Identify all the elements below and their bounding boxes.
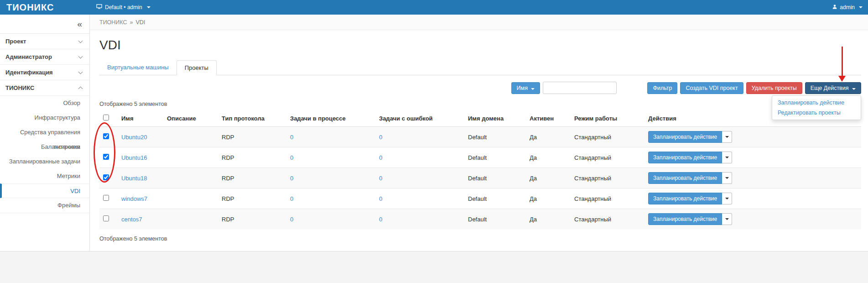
row-description [163, 168, 218, 189]
sidebar-section-identity[interactable]: Идентификация [0, 65, 89, 80]
sidebar-section-admin[interactable]: Администратор [0, 49, 89, 65]
schedule-action-button[interactable]: Запланировать действие [648, 172, 722, 184]
col-tasks-error[interactable]: Задачи с ошибкой [375, 110, 464, 127]
row-actions-dropdown-toggle[interactable] [722, 131, 732, 143]
brand-logo[interactable]: ТИОНИКС [0, 2, 90, 13]
col-protocol[interactable]: Тип протокола [218, 110, 286, 127]
schedule-action-button[interactable]: Запланировать действие [648, 193, 722, 204]
row-actions-dropdown-toggle[interactable] [722, 193, 732, 204]
chevron-down-icon [859, 6, 863, 8]
sidebar-item-infrastructure[interactable]: Инфраструктура [0, 110, 89, 125]
row-description [163, 147, 218, 168]
user-icon [832, 4, 837, 11]
section-label: Проект [5, 38, 26, 45]
menu-item-edit-projects[interactable]: Редактировать проекты [772, 108, 861, 118]
row-domain: Default [464, 209, 526, 230]
context-selector[interactable]: Default • admin [96, 4, 151, 10]
table-header-row: Имя Описание Тип протокола Задачи в проц… [99, 110, 861, 127]
projects-table: Имя Описание Тип протокола Задачи в проц… [99, 110, 861, 229]
project-name-link[interactable]: centos7 [121, 216, 142, 223]
create-vdi-project-button[interactable]: Создать VDI проект [680, 82, 743, 94]
row-mode: Стандартный [571, 127, 645, 147]
sidebar-item-metrics[interactable]: Метрики [0, 169, 89, 183]
project-name-link[interactable]: Ubuntu18 [121, 175, 147, 182]
sidebar-item-frames[interactable]: Фреймы [0, 198, 89, 213]
col-tasks-running[interactable]: Задачи в процессе [286, 110, 375, 127]
items-count-top: Отображено 5 элементов [99, 101, 868, 107]
menu-item-schedule-action[interactable]: Запланировать действие [772, 98, 861, 108]
col-domain[interactable]: Имя домена [464, 110, 526, 127]
tasks-error-link[interactable]: 0 [379, 134, 382, 141]
filter-input[interactable] [543, 82, 617, 94]
sidebar-collapse-button[interactable]: « [0, 15, 89, 34]
col-name[interactable]: Имя [118, 110, 163, 127]
chevron-down-icon [852, 88, 856, 90]
row-checkbox[interactable] [103, 154, 109, 160]
row-domain: Default [464, 127, 526, 147]
sidebar-divider [0, 213, 89, 213]
select-all-checkbox[interactable] [103, 115, 109, 121]
sidebar-item-vdi[interactable]: VDI [0, 183, 89, 198]
project-name-link[interactable]: Ubuntu16 [121, 154, 147, 161]
col-active[interactable]: Активен [526, 110, 571, 127]
row-domain: Default [464, 147, 526, 168]
breadcrumb-root[interactable]: ТИОНИКС [99, 19, 127, 26]
sidebar: « Проект Администратор Идентификация ТИО… [0, 15, 90, 251]
project-name-link[interactable]: windows7 [121, 195, 147, 202]
sidebar-item-balancing[interactable]: Балансировка [0, 140, 89, 154]
tasks-running-link[interactable]: 0 [290, 154, 293, 161]
filter-button[interactable]: Фильтр [647, 82, 677, 94]
user-label: admin [840, 4, 855, 10]
row-domain: Default [464, 168, 526, 189]
row-actions-dropdown-toggle[interactable] [722, 172, 732, 184]
row-checkbox[interactable] [103, 174, 109, 180]
sidebar-item-power-management[interactable]: Средства управления питанием [0, 125, 89, 140]
schedule-action-button[interactable]: Запланировать действие [648, 131, 722, 143]
user-menu[interactable]: admin [832, 4, 868, 11]
filter-field-dropdown[interactable]: Имя [511, 82, 541, 94]
tasks-error-link[interactable]: 0 [379, 154, 382, 161]
more-actions-menu: Запланировать действие Редактировать про… [772, 95, 861, 120]
row-actions-dropdown-toggle[interactable] [722, 152, 732, 163]
row-checkbox[interactable] [103, 133, 109, 139]
more-actions-button[interactable]: Еще Действия [805, 82, 861, 94]
section-label: ТИОНИКС [5, 84, 34, 91]
sidebar-item-overview[interactable]: Обзор [0, 96, 89, 110]
breadcrumb-current: VDI [135, 19, 145, 26]
table-row: Ubuntu20 RDP 0 0 Default Да Стандартный … [99, 127, 861, 147]
context-label: Default • admin [105, 4, 142, 10]
tab-bar: Виртуальные машины Проекты [99, 60, 861, 75]
tasks-running-link[interactable]: 0 [290, 216, 293, 223]
row-checkbox[interactable] [103, 215, 109, 221]
row-mode: Стандартный [571, 189, 645, 209]
delete-projects-button[interactable]: Удалить проекты [746, 82, 802, 94]
tasks-running-link[interactable]: 0 [290, 195, 293, 202]
col-description[interactable]: Описание [163, 110, 218, 127]
chevron-down-icon [531, 88, 535, 90]
sidebar-section-tionix[interactable]: ТИОНИКС [0, 80, 89, 96]
tab-virtual-machines[interactable]: Виртуальные машины [99, 60, 177, 75]
project-name-link[interactable]: Ubuntu20 [121, 134, 147, 141]
col-mode[interactable]: Режим работы [571, 110, 645, 127]
tab-projects[interactable]: Проекты [177, 60, 217, 75]
schedule-action-button[interactable]: Запланировать действие [648, 152, 722, 163]
row-mode: Стандартный [571, 147, 645, 168]
row-checkbox[interactable] [103, 195, 109, 201]
row-description [163, 189, 218, 209]
sidebar-item-scheduled-tasks[interactable]: Запланированные задачи [0, 154, 89, 169]
chevron-down-icon [725, 177, 729, 179]
tasks-running-link[interactable]: 0 [290, 175, 293, 182]
chevron-down-icon [147, 6, 151, 8]
tasks-running-link[interactable]: 0 [290, 134, 293, 141]
schedule-action-button[interactable]: Запланировать действие [648, 213, 722, 225]
table-row: Ubuntu16 RDP 0 0 Default Да Стандартный … [99, 147, 861, 168]
chevron-up-icon [78, 87, 83, 91]
tasks-error-link[interactable]: 0 [379, 195, 382, 202]
row-active: Да [526, 189, 571, 209]
section-label: Администратор [5, 53, 52, 60]
row-mode: Стандартный [571, 209, 645, 230]
row-actions-dropdown-toggle[interactable] [722, 213, 732, 225]
sidebar-section-project[interactable]: Проект [0, 34, 89, 49]
tasks-error-link[interactable]: 0 [379, 216, 382, 223]
tasks-error-link[interactable]: 0 [379, 175, 382, 182]
